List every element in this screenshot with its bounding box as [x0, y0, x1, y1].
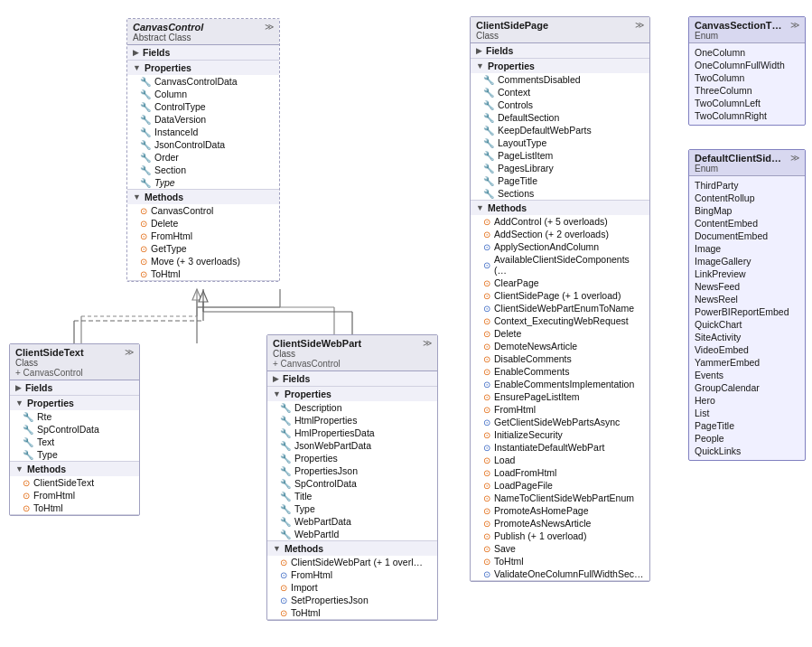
client-side-page-header: ClientSidePage Class ≫	[471, 17, 649, 43]
wrench-icon: 🔧	[140, 102, 151, 112]
enum-onecolumn: OneColumn	[695, 46, 799, 59]
wrench-icon: 🔧	[280, 403, 291, 413]
csp-properties-header[interactable]: ▼ Properties	[471, 59, 649, 73]
prop-column: 🔧Column	[127, 88, 279, 100]
cswp-properties-header[interactable]: ▼ Properties	[267, 387, 437, 401]
canvas-control-expand[interactable]: ≫	[265, 22, 274, 32]
method-loadpagefile: ⊙LoadPageFile	[471, 479, 649, 492]
properties-arrow: ▼	[273, 389, 281, 399]
circle-icon: ⊙	[483, 342, 490, 352]
method-tohtml: ⊙ToHtml	[127, 267, 279, 280]
circle-icon: ⊙	[280, 558, 287, 567]
wrench-icon: 🔧	[483, 151, 494, 161]
client-side-webpart-stereotype: Class	[273, 349, 361, 359]
cst-properties-header[interactable]: ▼ Properties	[10, 396, 139, 410]
canvas-control-properties-section: ▼ Properties 🔧CanvasControlData 🔧Column …	[127, 61, 279, 190]
canvas-control-fields-header[interactable]: ▶ Fields	[127, 45, 279, 60]
prop-type: 🔧Type	[127, 176, 279, 189]
enum-siteactivity: SiteActivity	[695, 331, 799, 343]
wrench-icon: 🔧	[140, 178, 151, 188]
csp-fields-header[interactable]: ▶ Fields	[471, 43, 649, 58]
client-side-text-expand[interactable]: ≫	[125, 347, 134, 357]
wrench-icon: 🔧	[280, 441, 291, 451]
method-load: ⊙Load	[471, 454, 649, 466]
prop-rte: 🔧Rte	[10, 410, 139, 423]
circle-icon: ⊙	[483, 316, 490, 326]
circle-icon: ⊙	[140, 206, 147, 216]
wrench-icon: 🔧	[483, 88, 494, 98]
wrench-icon: 🔧	[483, 176, 494, 186]
enum-powerbirepportembed: PowerBIReportEmbed	[695, 305, 799, 318]
circle-icon: ⊙	[483, 430, 490, 440]
method-context-executing: ⊙Context_ExecutingWebRequest	[471, 314, 649, 327]
enum-onecolumnfullwidth: OneColumnFullWidth	[695, 59, 799, 71]
wrench-icon: 🔧	[23, 437, 33, 447]
circle-icon: ⊙	[483, 329, 490, 339]
client-side-page-expand[interactable]: ≫	[635, 20, 644, 30]
csp-fields-section: ▶ Fields	[471, 43, 649, 59]
circle-icon: ⊙	[483, 493, 490, 503]
circle-icon: ⊙	[483, 291, 490, 301]
prop-properties: 🔧Properties	[267, 452, 437, 464]
canvas-control-properties-header[interactable]: ▼ Properties	[127, 61, 279, 75]
cswp-fields-header[interactable]: ▶ Fields	[267, 371, 437, 386]
canvas-section-type-header: CanvasSectionT… Enum ≫	[689, 17, 805, 43]
prop-context: 🔧Context	[471, 86, 649, 98]
method-promoteasnewsarticle: ⊙PromoteAsNewsArticle	[471, 517, 649, 530]
method-enablecommentsimpl: ⊙EnableCommentsImplementation	[471, 378, 649, 390]
csp-methods-header[interactable]: ▼ Methods	[471, 201, 649, 215]
prop-webpartid: 🔧WebPartId	[267, 528, 437, 540]
circle-icon: ⊙	[483, 506, 490, 516]
svg-marker-6	[192, 289, 201, 300]
wrench-icon: 🔧	[280, 479, 291, 489]
client-side-text-title: ClientSideText	[15, 347, 84, 358]
wrench-icon: 🔧	[140, 115, 151, 125]
wrench-icon: 🔧	[483, 189, 494, 199]
prop-spcontroldata: 🔧SpControlData	[10, 423, 139, 436]
method-addsection: ⊙AddSection (+ 2 overloads)	[471, 228, 649, 240]
canvas-section-type-title: CanvasSectionT…	[695, 20, 782, 31]
default-client-sid-values: ThirdParty ContentRollup BingMap Content…	[689, 176, 805, 460]
wrench-icon: 🔧	[483, 113, 494, 123]
prop-hmlpropertiesdata: 🔧HmlPropertiesData	[267, 427, 437, 439]
circle-icon: ⊙	[280, 608, 287, 618]
circle-icon: ⊙	[483, 481, 490, 491]
enum-documentembed: DocumentEmbed	[695, 230, 799, 242]
method-delete: ⊙Delete	[127, 217, 279, 230]
circle-icon: ⊙	[483, 544, 490, 554]
method-instantiatedefaultwebpart: ⊙InstantiateDefaultWebPart	[471, 441, 649, 454]
cswp-methods-header[interactable]: ▼ Methods	[267, 541, 437, 556]
wrench-icon: 🔧	[280, 492, 291, 502]
circle-icon: ⊙	[280, 583, 287, 593]
client-side-text-box: ClientSideText Class + CanvasControl ≫ ▶…	[9, 343, 140, 516]
wrench-icon: 🔧	[23, 425, 33, 435]
client-side-text-stereotype: Class	[15, 358, 84, 368]
properties-arrow: ▼	[133, 63, 141, 72]
canvas-control-methods-section: ▼ Methods ⊙CanvasControl ⊙Delete ⊙FromHt…	[127, 190, 279, 281]
client-side-webpart-title: ClientSideWebPart	[273, 338, 361, 349]
method-addcontrol: ⊙AddControl (+ 5 overloads)	[471, 215, 649, 228]
circle-icon: ⊙	[280, 570, 287, 580]
circle-icon: ⊙	[483, 354, 490, 364]
wrench-icon: 🔧	[140, 153, 151, 163]
cst-methods-header[interactable]: ▼ Methods	[10, 462, 139, 476]
cst-fields-header[interactable]: ▶ Fields	[10, 380, 139, 395]
circle-icon: ⊙	[140, 257, 147, 267]
circle-icon: ⊙	[23, 491, 30, 501]
method-loadfromhtml: ⊙LoadFromHtml	[471, 466, 649, 479]
methods-arrow: ▼	[476, 203, 484, 212]
method-fromhtml: ⊙FromHtml	[267, 568, 437, 581]
default-client-sid-expand[interactable]: ≫	[790, 153, 799, 163]
method-availableclientsidecomp: ⊙AvailableClientSideComponents (…	[471, 253, 649, 277]
canvas-control-methods-header[interactable]: ▼ Methods	[127, 190, 279, 204]
circle-icon: ⊙	[140, 269, 147, 279]
circle-icon: ⊙	[483, 519, 490, 529]
canvas-section-type-expand[interactable]: ≫	[790, 20, 799, 30]
client-side-webpart-expand[interactable]: ≫	[423, 338, 432, 348]
prop-commentsdisabled: 🔧CommentsDisabled	[471, 73, 649, 86]
prop-keepdefaultwebparts: 🔧KeepDefaultWebParts	[471, 124, 649, 136]
properties-arrow: ▼	[15, 399, 23, 408]
method-getclientsidewebpartsasync: ⊙GetClientSideWebPartsAsync	[471, 416, 649, 428]
default-client-sid-box: DefaultClientSid… Enum ≫ ThirdParty Cont…	[688, 149, 806, 461]
circle-icon: ⊙	[280, 595, 287, 605]
